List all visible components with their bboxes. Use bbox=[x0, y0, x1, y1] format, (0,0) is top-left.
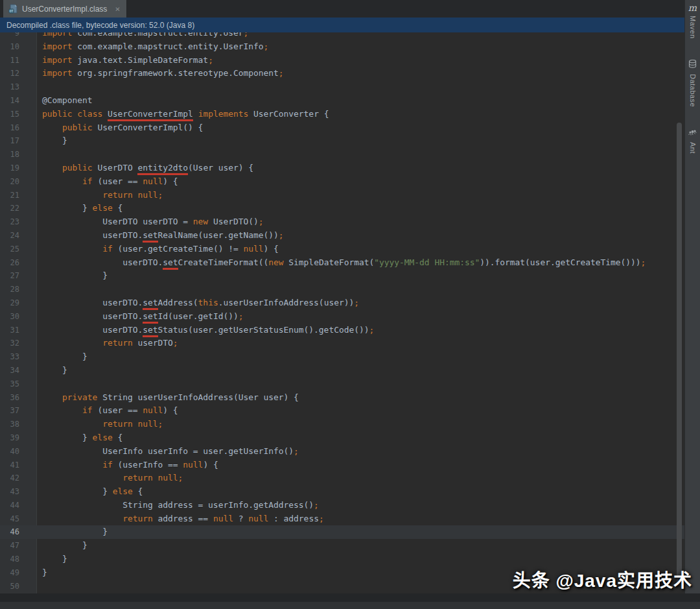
line-number[interactable]: 40 bbox=[0, 445, 19, 459]
code-text: public UserConverterImpl() { bbox=[19, 121, 203, 135]
line-number[interactable]: 30 bbox=[0, 310, 19, 324]
code-line[interactable]: 11import java.text.SimpleDateFormat; bbox=[0, 54, 684, 67]
code-line[interactable]: 42 return null; bbox=[0, 472, 684, 485]
line-number[interactable]: 38 bbox=[0, 418, 19, 431]
code-line[interactable]: 40 UserInfo userInfo = user.getUserInfo(… bbox=[0, 445, 684, 459]
line-number[interactable]: 39 bbox=[0, 431, 19, 445]
code-line[interactable]: 29 userDTO.setAddress(this.userUserInfoA… bbox=[0, 296, 684, 310]
tab-close-icon[interactable]: × bbox=[115, 5, 120, 13]
code-line[interactable]: 34 } bbox=[0, 364, 684, 377]
tab-userconverterimpl[interactable]: OT UserConverterImpl.class × bbox=[3, 0, 127, 18]
code-line[interactable]: 41 if (userInfo == null) { bbox=[0, 459, 684, 472]
line-number[interactable]: 12 bbox=[0, 67, 19, 80]
line-number[interactable]: 16 bbox=[0, 121, 19, 135]
line-number[interactable]: 21 bbox=[0, 189, 19, 202]
line-number[interactable]: 32 bbox=[0, 337, 19, 350]
line-number[interactable]: 25 bbox=[0, 243, 19, 256]
code-text: String address = userInfo.getAddress(); bbox=[19, 499, 319, 512]
line-number[interactable]: 42 bbox=[0, 472, 19, 485]
database-icon bbox=[688, 58, 697, 71]
line-number[interactable]: 41 bbox=[0, 459, 19, 472]
code-line[interactable]: 48 } bbox=[0, 553, 684, 566]
line-number[interactable]: 33 bbox=[0, 350, 19, 364]
line-number[interactable]: 22 bbox=[0, 202, 19, 215]
code-text: } bbox=[19, 525, 108, 539]
line-number[interactable]: 36 bbox=[0, 391, 19, 405]
code-line[interactable]: 12import org.springframework.stereotype.… bbox=[0, 67, 684, 80]
code-line[interactable]: 36 private String userUserInfoAddress(Us… bbox=[0, 391, 684, 405]
vertical-scrollbar-thumb[interactable] bbox=[677, 123, 682, 586]
code-line[interactable]: 25 if (user.getCreateTime() != null) { bbox=[0, 243, 684, 256]
line-number[interactable]: 27 bbox=[0, 269, 19, 283]
code-text: userDTO.setAddress(this.userUserInfoAddr… bbox=[19, 296, 359, 310]
sidebar-item-database[interactable]: Database bbox=[688, 58, 697, 107]
line-number[interactable]: 26 bbox=[0, 256, 19, 270]
line-number[interactable]: 13 bbox=[0, 80, 19, 94]
sidebar-item-maven[interactable]: m Maven bbox=[688, 3, 697, 39]
code-line[interactable]: 43 } else { bbox=[0, 485, 684, 499]
line-number[interactable]: 17 bbox=[0, 134, 19, 148]
code-line[interactable]: 10import com.example.mapstruct.entity.Us… bbox=[0, 40, 684, 54]
line-number[interactable]: 46 bbox=[0, 525, 19, 539]
line-number[interactable]: 14 bbox=[0, 94, 19, 108]
line-number[interactable]: 43 bbox=[0, 485, 19, 499]
code-line[interactable]: 13 bbox=[0, 80, 684, 94]
line-number[interactable]: 18 bbox=[0, 148, 19, 161]
code-line[interactable]: 30 userDTO.setId(user.getId()); bbox=[0, 310, 684, 324]
code-line[interactable]: 19 public UserDTO entity2dto(User user) … bbox=[0, 161, 684, 175]
code-text: if (user == null) { bbox=[19, 404, 178, 418]
code-line[interactable]: 39 } else { bbox=[0, 431, 684, 445]
code-line[interactable]: 32 return userDTO; bbox=[0, 337, 684, 350]
line-number[interactable]: 49 bbox=[0, 566, 19, 580]
line-number[interactable]: 11 bbox=[0, 54, 19, 67]
line-number[interactable]: 10 bbox=[0, 40, 19, 54]
line-number[interactable]: 35 bbox=[0, 377, 19, 391]
code-line[interactable]: 17 } bbox=[0, 134, 684, 148]
code-line[interactable]: 28 bbox=[0, 283, 684, 296]
line-number[interactable]: 44 bbox=[0, 499, 19, 512]
code-line[interactable]: 20 if (user == null) { bbox=[0, 175, 684, 189]
code-text: UserInfo userInfo = user.getUserInfo(); bbox=[19, 445, 299, 459]
line-number[interactable]: 48 bbox=[0, 553, 19, 566]
line-number[interactable]: 34 bbox=[0, 364, 19, 377]
code-line[interactable]: 18 bbox=[0, 148, 684, 161]
code-line[interactable]: 33 } bbox=[0, 350, 684, 364]
code-text: if (user.getCreateTime() != null) { bbox=[19, 243, 279, 256]
line-number[interactable]: 50 bbox=[0, 580, 19, 593]
code-line[interactable]: 46 } bbox=[0, 525, 684, 539]
line-number[interactable]: 15 bbox=[0, 108, 19, 121]
code-line[interactable]: 24 userDTO.setRealName(user.getName()); bbox=[0, 229, 684, 243]
code-line[interactable]: 37 if (user == null) { bbox=[0, 404, 684, 418]
line-number[interactable]: 31 bbox=[0, 324, 19, 337]
code-line[interactable]: 22 } else { bbox=[0, 202, 684, 215]
code-text: } bbox=[19, 364, 67, 377]
code-line[interactable]: 26 userDTO.setCreateTimeFormat((new Simp… bbox=[0, 256, 684, 270]
line-number[interactable]: 37 bbox=[0, 404, 19, 418]
code-text: userDTO.setRealName(user.getName()); bbox=[19, 229, 284, 243]
line-number[interactable]: 23 bbox=[0, 215, 19, 229]
code-line[interactable]: 15public class UserConverterImpl impleme… bbox=[0, 108, 684, 121]
sidebar-item-ant[interactable]: Ant bbox=[688, 126, 697, 154]
code-line[interactable]: 35 bbox=[0, 377, 684, 391]
line-number[interactable]: 19 bbox=[0, 161, 19, 175]
line-number[interactable]: 29 bbox=[0, 296, 19, 310]
code-line[interactable]: 27 } bbox=[0, 269, 684, 283]
code-line[interactable]: 14@Component bbox=[0, 94, 684, 108]
line-number[interactable]: 28 bbox=[0, 283, 19, 296]
code-text: public UserDTO entity2dto(User user) { bbox=[19, 161, 253, 175]
code-text: } bbox=[19, 269, 108, 283]
code-line[interactable]: 38 return null; bbox=[0, 418, 684, 431]
line-number[interactable]: 45 bbox=[0, 512, 19, 526]
code-line[interactable]: 47 } bbox=[0, 539, 684, 553]
code-line[interactable]: 21 return null; bbox=[0, 189, 684, 202]
code-line[interactable]: 16 public UserConverterImpl() { bbox=[0, 121, 684, 135]
line-number[interactable]: 24 bbox=[0, 229, 19, 243]
code-line[interactable]: 31 userDTO.setStatus(user.getUserStatusE… bbox=[0, 324, 684, 337]
code-line[interactable]: 23 UserDTO userDTO = new UserDTO(); bbox=[0, 215, 684, 229]
class-file-icon: OT bbox=[8, 4, 18, 14]
line-number[interactable]: 20 bbox=[0, 175, 19, 189]
line-number[interactable]: 47 bbox=[0, 539, 19, 553]
code-text: } else { bbox=[19, 202, 122, 215]
code-line[interactable]: 45 return address == null ? null : addre… bbox=[0, 512, 684, 526]
code-line[interactable]: 44 String address = userInfo.getAddress(… bbox=[0, 499, 684, 512]
